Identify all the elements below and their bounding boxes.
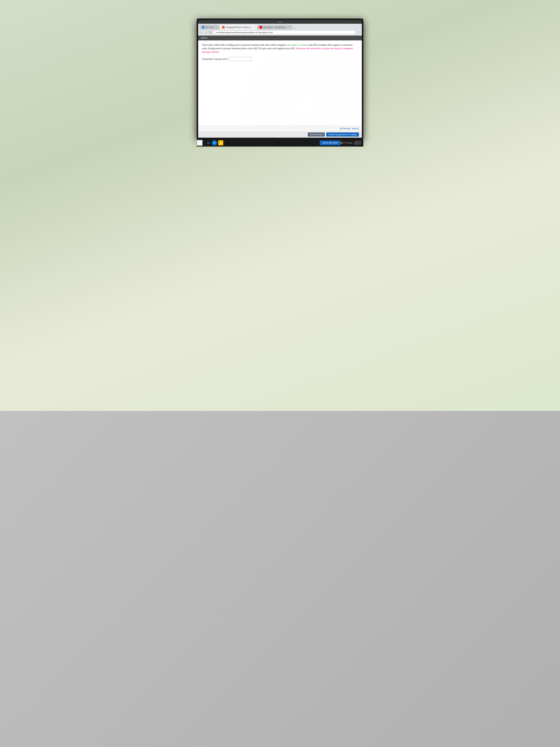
check-my-work-button[interactable]: Check My Work	[320, 140, 340, 145]
question-text-part1: There were 2,600 units in ending work in…	[202, 44, 286, 46]
nav-buttons: ← → ↻	[199, 31, 212, 34]
tab-youtube[interactable]: (28) Migos - Straightenin... ×	[257, 25, 292, 30]
svg-point-0	[298, 98, 313, 113]
previous-button[interactable]: ❮ Previous	[340, 127, 351, 130]
taskbar-edge-icon[interactable]: e	[212, 140, 217, 146]
svg-point-22	[274, 74, 338, 126]
url-text: n/ilrn/takeAssignment/takeAssignmentMain…	[216, 31, 353, 33]
svg-point-27	[256, 55, 356, 126]
windows-logo-icon	[198, 141, 201, 144]
taskbar-apps-icon[interactable]: ⊞	[224, 140, 230, 146]
taskbar: ⊞ e 📁 ⊞ ♪ ✉ Check My Work 37°F Sunny 1:0…	[197, 139, 363, 147]
svg-point-5	[280, 79, 332, 126]
svg-point-3	[287, 87, 324, 124]
main-content: There were 2,600 units in ending work in…	[198, 41, 362, 126]
taskbar-files-icon[interactable]: 📁	[218, 140, 223, 146]
tab-favicon-youtube	[260, 26, 262, 28]
page-counter-bar: 1/1	[198, 20, 362, 24]
extensions-button[interactable]: ⋮	[357, 31, 361, 34]
page-counter: 1/1	[278, 21, 282, 23]
svg-point-20	[282, 81, 330, 126]
svg-rect-34	[200, 143, 201, 144]
time-display: 1:08 PM	[354, 141, 361, 143]
taskbar-music-icon[interactable]: ♪	[267, 140, 273, 146]
tab-label-cengage: CengageNOWv2 | Online te...	[226, 26, 252, 28]
svg-point-4	[284, 83, 328, 126]
windows-start-button[interactable]	[197, 140, 203, 146]
forward-button[interactable]: →	[204, 31, 208, 34]
svg-point-19	[286, 85, 326, 126]
svg-point-17	[293, 92, 319, 118]
tab-label-home: My Home	[206, 26, 214, 28]
tab-label-youtube: (28) Migos - Straightenin...	[263, 26, 287, 28]
tab-my-home[interactable]: My Home ×	[199, 25, 219, 30]
answer-label: Conversion cost per unit $	[202, 58, 228, 60]
previous-label: Previous	[342, 127, 351, 130]
chevron-right-icon: ❯	[357, 127, 359, 130]
laptop-frame: 1/1 My Home × CengageNOWv2 | Online te..…	[0, 0, 560, 747]
submit-button[interactable]: Submit Assignment for Grading	[326, 132, 359, 136]
browser-tabs-bar: My Home × CengageNOWv2 | Online te... × …	[198, 24, 362, 30]
bottom-navigation: ❮ Previous Next ❯	[198, 126, 362, 131]
svg-point-30	[245, 44, 362, 126]
svg-point-2	[291, 91, 321, 120]
save-exit-button[interactable]: Save and Exit	[308, 132, 325, 136]
screen-bezel: 1/1 My Home × CengageNOWv2 | Online te..…	[197, 19, 363, 139]
address-bar[interactable]: n/ilrn/takeAssignment/takeAssignmentMain…	[213, 30, 355, 34]
next-label: Next	[352, 127, 357, 130]
taskbar-icons: ⊞ e 📁 ⊞	[206, 140, 230, 146]
svg-point-8	[269, 68, 343, 126]
svg-point-21	[278, 77, 334, 126]
svg-point-10	[262, 61, 350, 126]
question-text: There were 2,600 units in ending work in…	[202, 43, 358, 54]
tab-close-cengage[interactable]: ×	[255, 26, 256, 28]
answer-input[interactable]	[229, 57, 251, 61]
next-button[interactable]: Next ❯	[352, 127, 359, 130]
taskbar-email-icon[interactable]: ✉	[274, 140, 280, 146]
svg-point-9	[265, 65, 347, 126]
svg-point-11	[258, 57, 354, 126]
weather-info: 37°F Sunny	[341, 142, 352, 144]
ebook-toolbar: eBook	[198, 35, 362, 41]
weather-text: 37°F Sunny	[343, 142, 352, 144]
svg-point-12	[254, 53, 358, 126]
svg-point-26	[260, 59, 352, 126]
svg-point-18	[289, 88, 323, 122]
taskbar-right: 37°F Sunny 1:08 PM 3/4/2022	[341, 141, 363, 145]
svg-point-7	[273, 72, 339, 126]
chevron-left-icon: ❮	[340, 127, 342, 130]
date-display: 3/4/2022	[354, 143, 361, 145]
system-time: 1:08 PM 3/4/2022	[354, 141, 361, 145]
new-tab-button[interactable]: +	[293, 26, 295, 30]
back-button[interactable]: ←	[199, 31, 204, 34]
svg-point-23	[271, 70, 341, 126]
svg-rect-32	[200, 141, 201, 143]
svg-rect-31	[198, 141, 199, 143]
taskbar-center-area: ♪ ✉	[230, 140, 317, 146]
svg-point-16	[297, 96, 315, 114]
tab-cengage[interactable]: CengageNOWv2 | Online te... ×	[220, 25, 257, 30]
browser: My Home × CengageNOWv2 | Online te... × …	[198, 24, 362, 138]
svg-point-24	[267, 66, 345, 126]
reload-button[interactable]: ↻	[209, 31, 212, 34]
svg-point-25	[263, 62, 348, 126]
address-bar-row: ← → ↻ n/ilrn/takeAssignment/takeAssignme…	[198, 30, 362, 35]
weather-icon	[341, 142, 342, 144]
answer-row: Conversion cost per unit $	[202, 57, 358, 61]
tab-favicon-home	[202, 26, 205, 28]
action-buttons-row: Save and Exit Submit Assignment for Grad…	[198, 131, 362, 138]
taskbar-search-icon[interactable]: ⊞	[206, 140, 211, 146]
svg-rect-33	[198, 143, 199, 144]
tab-close-home[interactable]: ×	[216, 26, 217, 28]
tab-favicon-cengage	[222, 26, 224, 28]
svg-point-1	[295, 94, 317, 117]
svg-point-15	[243, 42, 362, 126]
tab-close-youtube[interactable]: ×	[289, 26, 290, 28]
svg-point-28	[252, 52, 359, 126]
svg-point-6	[276, 76, 336, 126]
ebook-label: eBook	[201, 37, 207, 39]
question-highlight-material: with regard to material	[286, 44, 308, 46]
browser-content: eBook	[198, 35, 362, 138]
